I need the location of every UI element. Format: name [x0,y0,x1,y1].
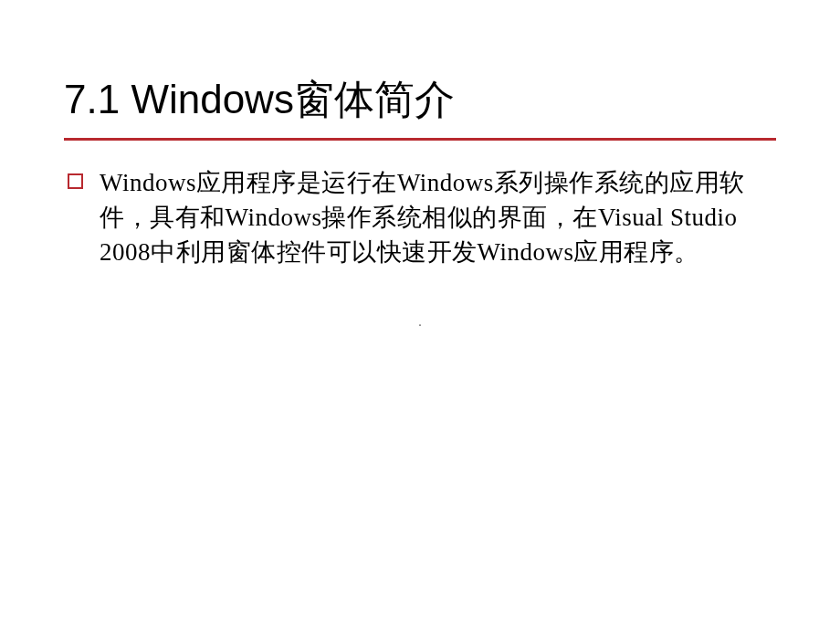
slide-container: 7.1 Windows窗体简介 Windows应用程序是运行在Windows系列… [0,0,840,630]
slide-title: 7.1 Windows窗体简介 [64,73,776,127]
title-underline [64,138,776,141]
body-text: Windows应用程序是运行在Windows系列操作系统的应用软件，具有和Win… [100,166,776,269]
bullet-icon [68,173,83,189]
content-block: Windows应用程序是运行在Windows系列操作系统的应用软件，具有和Win… [64,166,776,269]
footer-mark: . [418,315,422,330]
